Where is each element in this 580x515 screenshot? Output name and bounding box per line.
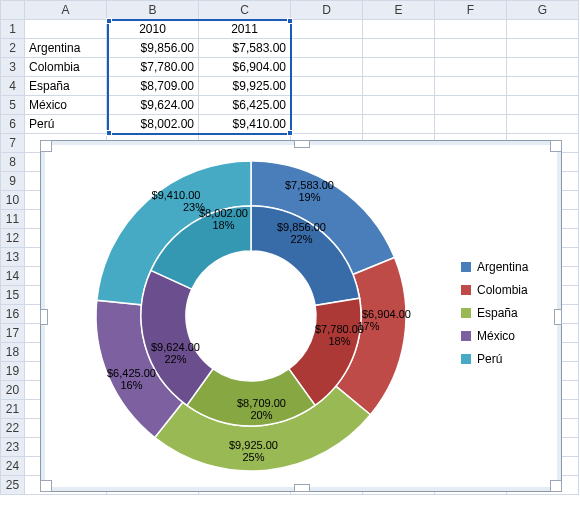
cell[interactable]: $8,709.00 xyxy=(107,77,199,96)
cell[interactable] xyxy=(291,20,363,39)
data-label: $9,624.0022% xyxy=(151,341,200,365)
legend-label: Perú xyxy=(477,352,502,366)
row-header[interactable]: 13 xyxy=(1,248,25,267)
cell[interactable]: $7,583.00 xyxy=(199,39,291,58)
legend-swatch-icon xyxy=(461,308,471,318)
cell[interactable] xyxy=(435,58,507,77)
legend-label: Argentina xyxy=(477,260,528,274)
cell[interactable]: $9,410.00 xyxy=(199,115,291,134)
cell[interactable] xyxy=(507,115,579,134)
cell[interactable] xyxy=(363,39,435,58)
row-header[interactable]: 8 xyxy=(1,153,25,172)
row-header[interactable]: 19 xyxy=(1,362,25,381)
row-header[interactable]: 7 xyxy=(1,134,25,153)
chart-plot-area[interactable]: $7,583.0019% $9,856.0022% $6,904.0017% $… xyxy=(51,149,441,483)
col-header-row: A B C D E F G xyxy=(1,1,579,20)
cell[interactable] xyxy=(363,115,435,134)
cell[interactable] xyxy=(435,115,507,134)
cell[interactable]: $9,925.00 xyxy=(199,77,291,96)
col-header[interactable]: E xyxy=(363,1,435,20)
row-header[interactable]: 6 xyxy=(1,115,25,134)
cell[interactable] xyxy=(507,39,579,58)
cell[interactable]: 2010 xyxy=(107,20,199,39)
row-header[interactable]: 9 xyxy=(1,172,25,191)
row-header[interactable]: 3 xyxy=(1,58,25,77)
select-all-corner[interactable] xyxy=(1,1,25,20)
chart-legend[interactable]: Argentina Colombia España México Perú xyxy=(461,251,556,375)
doughnut-chart-object[interactable]: $7,583.0019% $9,856.0022% $6,904.0017% $… xyxy=(40,140,562,492)
cell[interactable] xyxy=(363,20,435,39)
legend-item[interactable]: Perú xyxy=(461,352,556,366)
row-header[interactable]: 17 xyxy=(1,324,25,343)
legend-item[interactable]: España xyxy=(461,306,556,320)
legend-item[interactable]: Argentina xyxy=(461,260,556,274)
cell[interactable] xyxy=(507,77,579,96)
row-header[interactable]: 2 xyxy=(1,39,25,58)
col-header[interactable]: G xyxy=(507,1,579,20)
row-header[interactable]: 22 xyxy=(1,419,25,438)
data-label: $9,925.0025% xyxy=(229,439,278,463)
col-header[interactable]: A xyxy=(25,1,107,20)
row-header[interactable]: 16 xyxy=(1,305,25,324)
cell[interactable]: $9,856.00 xyxy=(107,39,199,58)
cell[interactable] xyxy=(363,77,435,96)
cell[interactable] xyxy=(363,96,435,115)
resize-handle-icon[interactable] xyxy=(550,480,562,492)
cell[interactable] xyxy=(291,115,363,134)
resize-handle-icon[interactable] xyxy=(550,140,562,152)
cell[interactable] xyxy=(435,77,507,96)
legend-label: México xyxy=(477,329,515,343)
cell[interactable] xyxy=(435,39,507,58)
col-header[interactable]: D xyxy=(291,1,363,20)
row-header[interactable]: 11 xyxy=(1,210,25,229)
data-label: $9,856.0022% xyxy=(277,221,326,245)
cell[interactable]: $6,904.00 xyxy=(199,58,291,77)
row-header[interactable]: 20 xyxy=(1,381,25,400)
col-header[interactable]: F xyxy=(435,1,507,20)
cell[interactable] xyxy=(507,20,579,39)
cell[interactable] xyxy=(435,96,507,115)
legend-item[interactable]: Colombia xyxy=(461,283,556,297)
row-header[interactable]: 25 xyxy=(1,476,25,495)
row-header[interactable]: 4 xyxy=(1,77,25,96)
legend-swatch-icon xyxy=(461,331,471,341)
cell[interactable] xyxy=(363,58,435,77)
cell[interactable] xyxy=(291,58,363,77)
row-header[interactable]: 14 xyxy=(1,267,25,286)
row-header[interactable]: 24 xyxy=(1,457,25,476)
resize-handle-icon[interactable] xyxy=(294,140,310,148)
row-header[interactable]: 12 xyxy=(1,229,25,248)
row-header[interactable]: 18 xyxy=(1,343,25,362)
row-header[interactable]: 23 xyxy=(1,438,25,457)
row-header[interactable]: 15 xyxy=(1,286,25,305)
col-header[interactable]: B xyxy=(107,1,199,20)
cell[interactable] xyxy=(291,96,363,115)
cell[interactable]: México xyxy=(25,96,107,115)
legend-label: Colombia xyxy=(477,283,528,297)
cell[interactable]: España xyxy=(25,77,107,96)
cell[interactable] xyxy=(291,77,363,96)
resize-handle-icon[interactable] xyxy=(294,484,310,492)
cell[interactable]: $6,425.00 xyxy=(199,96,291,115)
cell[interactable] xyxy=(291,39,363,58)
col-header[interactable]: C xyxy=(199,1,291,20)
cell[interactable] xyxy=(435,20,507,39)
resize-handle-icon[interactable] xyxy=(40,309,48,325)
row-header[interactable]: 21 xyxy=(1,400,25,419)
cell[interactable]: $7,780.00 xyxy=(107,58,199,77)
cell[interactable] xyxy=(507,96,579,115)
legend-item[interactable]: México xyxy=(461,329,556,343)
row-header[interactable]: 10 xyxy=(1,191,25,210)
cell[interactable]: 2011 xyxy=(199,20,291,39)
cell[interactable]: $8,002.00 xyxy=(107,115,199,134)
legend-swatch-icon xyxy=(461,285,471,295)
cell[interactable]: Colombia xyxy=(25,58,107,77)
cell[interactable]: $9,624.00 xyxy=(107,96,199,115)
row-header[interactable]: 1 xyxy=(1,20,25,39)
cell[interactable] xyxy=(507,58,579,77)
cell[interactable] xyxy=(25,20,107,39)
cell[interactable]: Perú xyxy=(25,115,107,134)
row-header[interactable]: 5 xyxy=(1,96,25,115)
data-label: $7,780.0018% xyxy=(315,323,364,347)
cell[interactable]: Argentina xyxy=(25,39,107,58)
